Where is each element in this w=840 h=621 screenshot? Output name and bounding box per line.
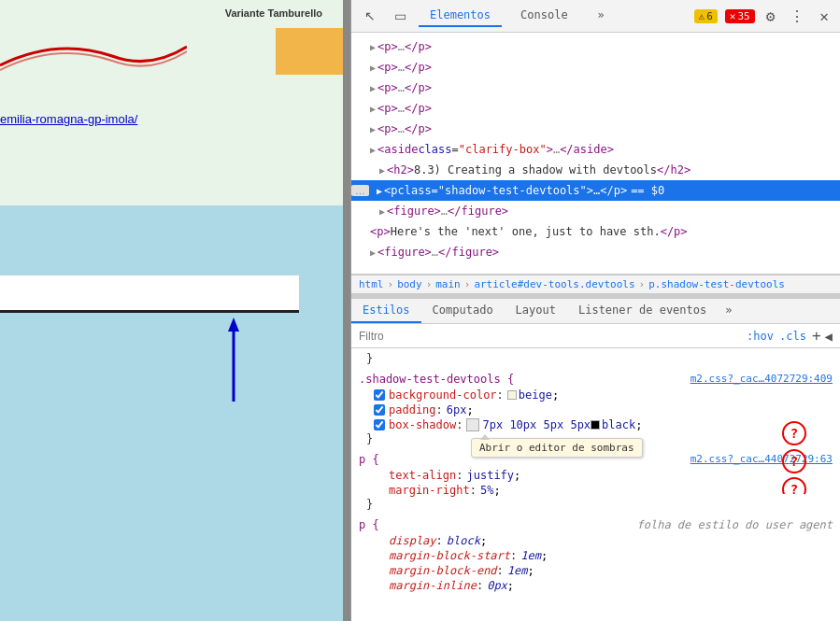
tab-estilos[interactable]: Estilos [351,299,421,323]
close-devtools-button[interactable]: ✕ [816,6,833,27]
expand-arrow[interactable]: ▶ [370,61,376,75]
elements-section: ▶ <p>…</p> ▶ <p>…</p> ▶ <p>…</p> [351,33,840,294]
prop-checkbox-padding[interactable] [374,404,385,416]
expand-arrow[interactable]: ▶ [370,102,376,116]
css-prop-margin-block-end: margin-block-end : 1em ; [359,563,833,578]
breadcrumb-article[interactable]: article#dev-tools.devtools [474,278,634,290]
css-prop-margin-block-start: margin-block-start : 1em ; [359,548,833,563]
css-prop-padding: padding : 6px ; [359,402,833,417]
tab-console[interactable]: Console [509,5,579,27]
color-swatch-black[interactable] [591,420,600,430]
expand-arrow[interactable]: ▶ [379,205,385,219]
element-row[interactable]: ▶ <p>…</p> [351,98,840,119]
elements-tree[interactable]: ▶ <p>…</p> ▶ <p>…</p> ▶ <p>…</p> [351,33,840,275]
svg-text:?: ? [790,454,798,469]
css-rules-area: } .shadow-test-devtools { m2.css?_cac…40… [351,348,840,621]
tab-elements[interactable]: Elementos [419,5,502,27]
element-row[interactable]: ▶ <figure>…</figure> [351,201,840,221]
more-button[interactable]: … [351,185,369,196]
styles-tabs: Estilos Computado Layout Listener de eve… [351,299,840,324]
breadcrumb-html[interactable]: html [359,278,384,290]
filter-bar: :hov .cls + ◀ [351,324,840,348]
css-rule-closing: } [359,352,833,365]
element-row[interactable]: ▶ <p>…</p> [351,36,840,57]
map-curve [0,28,187,84]
left-panel: Variante Tamburello emilia-romagna-gp-im… [0,0,350,621]
expand-arrow[interactable]: ▶ [379,163,385,177]
css-prop-margin-right: margin-right : 5% ; [359,483,833,498]
page-link[interactable]: emilia-romagna-gp-imola/ [0,112,137,126]
orange-box [276,28,350,75]
more-options-button[interactable]: ⋮ [786,6,808,27]
error-icon: ✕ [730,10,736,22]
css-selector[interactable]: .shadow-test-devtools { [359,373,514,386]
map-label: Variante Tamburello [225,7,322,19]
prop-checkbox-shadow[interactable] [374,419,385,430]
element-row[interactable]: ▶ <p>…</p> [351,57,840,78]
css-prop-margin-inline: margin-inline : 0px ; [359,578,833,593]
add-rule-button[interactable]: + [812,327,821,345]
responsive-tool-button[interactable]: ▭ [389,5,411,27]
css-prop-background-color: background-color : beige ; [359,388,833,402]
css-rule-shadow-test: .shadow-test-devtools { m2.css?_cac…4072… [359,373,833,445]
expand-arrow[interactable]: ▶ [370,40,376,54]
blue-arrow [224,318,243,415]
filter-input[interactable] [359,330,739,343]
element-row-selected[interactable]: … ▶ <p class="shadow-test-devtools">…</p… [351,180,840,201]
styles-section: Estilos Computado Layout Listener de eve… [351,299,840,621]
devtools-toolbar: ↖ ▭ Elementos Console » ⚠ 6 ✕ 35 ⚙ ⋮ ✕ [351,0,840,33]
warning-badge[interactable]: ⚠ 6 [694,9,718,23]
expand-arrow[interactable]: ▶ [370,81,376,95]
css-selector-p[interactable]: p { [359,453,379,466]
css-prop-display: display : block ; [359,533,833,548]
breadcrumb-main[interactable]: main [435,278,461,290]
shadow-box [0,275,299,313]
tab-listener[interactable]: Listener de eventos [567,299,718,323]
css-selector-p-ua[interactable]: p { [359,518,379,531]
error-badge[interactable]: ✕ 35 [725,9,755,23]
svg-marker-1 [228,318,239,332]
css-source-italic: folha de estilo do user agent [636,518,833,533]
css-rule-p-useragent: p { folha de estilo do user agent displa… [359,518,833,593]
tab-layout[interactable]: Layout [505,299,567,323]
expand-arrow[interactable]: ▶ [370,246,376,260]
tab-more[interactable]: » [587,5,616,27]
element-row[interactable]: ▶ <figure>…</figure> [351,242,840,262]
css-prop-text-align: text-align : justify ; [359,468,833,483]
element-row[interactable]: ▶ <p>…</p> [351,78,840,98]
map-area: Variante Tamburello emilia-romagna-gp-im… [0,0,350,205]
element-row[interactable]: <p> Here's the 'next' one, just to have … [351,221,840,242]
tab-computado[interactable]: Computado [421,299,505,323]
expand-arrow[interactable]: ▶ [370,143,376,157]
shadow-editor-icon[interactable] [466,418,479,431]
element-row[interactable]: ▶ <h2> 8.3) Creating a shadow with devto… [351,160,840,180]
prop-checkbox-bg[interactable] [374,389,385,401]
breadcrumb: html › body › main › article#dev-tools.d… [351,275,840,294]
color-swatch-beige[interactable] [507,390,517,400]
svg-text:?: ? [790,426,798,441]
expand-button[interactable]: ◀ [825,329,833,344]
styles-more-button[interactable]: » [718,299,739,323]
element-row[interactable]: ▶ <aside class="clarify-box">…</aside> [351,139,840,160]
breadcrumb-body[interactable]: body [397,278,422,290]
expand-arrow[interactable]: ▶ [377,184,382,198]
tooltip-arrow [480,434,490,440]
shadow-tooltip[interactable]: Abrir o editor de sombras [471,438,643,458]
settings-gear-button[interactable]: ⚙ [762,6,779,27]
breadcrumb-p[interactable]: p.shadow-test-devtools [648,278,785,290]
resize-handle[interactable] [343,0,350,621]
cls-toggle[interactable]: .cls [779,330,806,343]
cursor-tool-button[interactable]: ↖ [359,5,381,27]
element-row[interactable]: ▶ <p>…</p> [351,119,840,139]
devtools-panel: ↖ ▭ Elementos Console » ⚠ 6 ✕ 35 ⚙ ⋮ ✕ ▶… [350,0,840,621]
warn-icon: ⚠ [699,10,705,22]
css-rule-p: p { m2.css?_cac…44072729:63 text-align :… [359,453,833,511]
css-prop-box-shadow: box-shadow : 7px 10px 5px 5px black ; Ab… [359,417,833,432]
expand-arrow[interactable]: ▶ [370,122,376,136]
css-source-link[interactable]: m2.css?_cac…4072729:409 [691,373,833,388]
hov-toggle[interactable]: :hov [747,330,774,343]
